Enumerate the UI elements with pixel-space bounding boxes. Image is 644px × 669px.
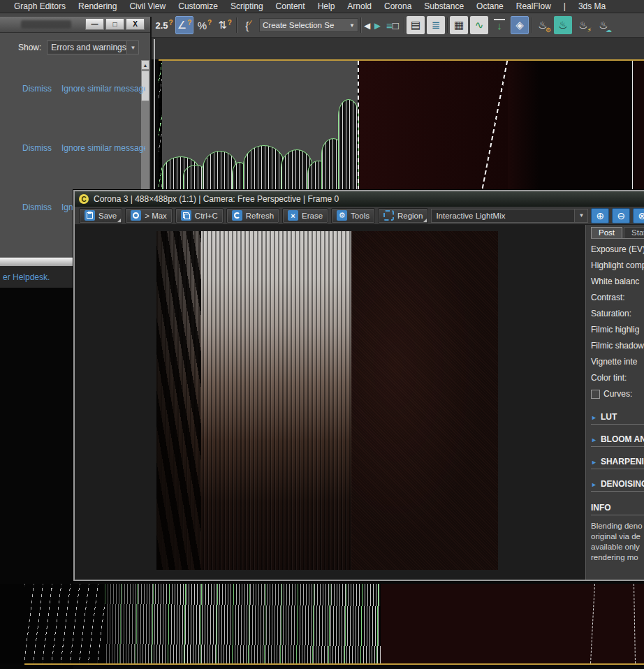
menu-customize[interactable]: Customize <box>178 1 218 11</box>
layer-explorer-icon[interactable]: ≣ <box>427 16 445 34</box>
save-label: Save <box>98 212 117 220</box>
render-in-cloud-icon[interactable]: ♨ ☁ <box>594 16 613 34</box>
menu-civil-view[interactable]: Civil View <box>129 1 166 11</box>
message-row: Dismiss Ignore similar message <box>22 84 145 94</box>
chevron-down-icon[interactable]: ▼ <box>574 209 587 222</box>
tools-button[interactable]: ⚙ Tools <box>331 208 375 223</box>
menu-3ds-max[interactable]: 3ds Ma <box>578 1 606 11</box>
menu-content[interactable]: Content <box>276 1 305 11</box>
region-button[interactable]: Region <box>378 208 428 223</box>
percent-glyph: % <box>198 20 207 31</box>
dismiss-link[interactable]: Dismiss <box>22 84 52 94</box>
minimize-button[interactable]: — <box>85 18 104 30</box>
erase-icon: × <box>288 210 298 221</box>
nodes-glyph: ◈ <box>515 19 524 31</box>
panel-tabs: Post Stats <box>591 227 644 239</box>
mirror-icon[interactable]: ◄► <box>363 16 381 34</box>
ignore-similar-link[interactable]: Ignore similar message <box>61 143 145 153</box>
message-filter-dropdown[interactable]: Errors and warnings ▼ <box>47 41 139 54</box>
render-setup-icon[interactable]: ♨ ⚙ <box>534 16 552 34</box>
tab-post[interactable]: Post <box>591 227 622 238</box>
menu-substance[interactable]: Substance <box>424 1 464 11</box>
vignette-row: Vignette inte <box>591 354 644 370</box>
viewport-bottom-band[interactable] <box>0 584 644 663</box>
dialog-title-redacted <box>21 20 71 29</box>
selection-set-value: Create Selection Se <box>263 21 334 29</box>
percent-snap-icon[interactable]: %? <box>196 16 214 34</box>
menu-rendering[interactable]: Rendering <box>78 1 117 11</box>
maximize-button[interactable]: □ <box>105 18 124 30</box>
schematic-view-icon[interactable]: ↓ <box>490 16 508 34</box>
copy-button[interactable]: Ctrl+C <box>175 208 224 223</box>
render-production-icon[interactable]: ♨ ⚡ <box>574 16 592 34</box>
snap-magnet-glyph: ? <box>228 19 232 27</box>
edit-named-selections-icon[interactable]: {∕ <box>239 16 257 34</box>
menu-graph-editors[interactable]: Graph Editors <box>14 1 66 11</box>
menu-arnold[interactable]: Arnold <box>347 1 372 11</box>
scene-explorer-icon[interactable]: ▤ <box>407 16 425 34</box>
refresh-button[interactable]: Refresh <box>226 208 279 223</box>
zoom-reset-button[interactable]: ⊗ <box>633 208 644 223</box>
curve-editor-icon[interactable]: ∿ <box>470 16 488 34</box>
menu-help[interactable]: Help <box>318 1 335 11</box>
angle-glyph: ∠ <box>177 19 186 31</box>
vfb-titlebar[interactable]: C Corona 3 | 488×488px (1:1) | Camera: F… <box>75 191 644 207</box>
lightmix-dropdown[interactable]: Interactive LightMix ▼ <box>431 209 588 223</box>
ribbon-toggle-icon[interactable]: ▦ <box>450 16 468 34</box>
spinner-snap-icon[interactable]: ⇅? <box>216 16 234 34</box>
wireframe-arch <box>338 99 359 190</box>
slate-material-editor-icon[interactable]: ◈ <box>511 16 529 34</box>
helpdesk-link[interactable]: er Helpdesk. <box>3 272 50 282</box>
tab-stats[interactable]: Stats <box>624 227 644 238</box>
dialog-titlebar[interactable]: — □ X <box>0 17 150 33</box>
section-label: DENOISING <box>601 479 644 489</box>
scroll-up-button[interactable]: ▲ <box>141 60 149 70</box>
dismiss-link[interactable]: Dismiss <box>22 203 52 212</box>
viewport[interactable] <box>159 61 644 190</box>
snaps-toggle-icon[interactable]: 2.5? <box>155 16 173 34</box>
chevron-down-icon[interactable]: ▼ <box>349 22 355 29</box>
menu-octane[interactable]: Octane <box>476 1 504 11</box>
menu-scripting[interactable]: Scripting <box>230 1 263 11</box>
spinner-glyph: ⇅ <box>218 19 227 31</box>
dark-red-floor <box>381 584 644 663</box>
close-button[interactable]: X <box>126 18 145 30</box>
curves-label: Curves: <box>603 386 632 402</box>
white-balance-row: White balanc <box>591 274 644 290</box>
zoom-in-button[interactable]: ⊕ <box>591 208 609 223</box>
contrast-row: Contrast: <box>591 290 644 306</box>
gray-surface <box>162 61 358 190</box>
send-to-max-button[interactable]: > Max <box>125 208 173 223</box>
corona-vfb-window: C Corona 3 | 488×488px (1:1) | Camera: F… <box>73 190 644 581</box>
gear-icon: ⚙ <box>546 27 551 34</box>
brace-glyph: { <box>245 20 249 31</box>
section-sharpening[interactable]: ►SHARPENING <box>591 457 644 469</box>
save-button[interactable]: Save <box>79 208 122 223</box>
zoom-out-button[interactable]: ⊖ <box>612 208 630 223</box>
chevron-down-icon[interactable]: ▼ <box>126 41 138 54</box>
named-selection-sets-dropdown[interactable]: Create Selection Se ▼ <box>259 18 358 32</box>
align-icon[interactable]: ≡□ <box>383 16 402 34</box>
wireframe-arch <box>243 145 285 190</box>
menu-corona[interactable]: Corona <box>384 1 411 11</box>
dismiss-link[interactable]: Dismiss <box>22 143 52 153</box>
section-denoising[interactable]: ►DENOISING <box>591 479 644 492</box>
erase-button[interactable]: × Erase <box>282 208 328 223</box>
menu-realflow[interactable]: RealFlow <box>516 1 551 11</box>
snap-magnet-glyph: ? <box>168 19 173 27</box>
toolbar-separator <box>447 17 448 33</box>
angle-snap-icon[interactable]: ∠? <box>175 16 193 34</box>
filter-value: Errors and warnings <box>51 43 126 52</box>
teapot-glyph: ♨ <box>558 19 567 31</box>
vfb-canvas-area: Post Stats Exposure (EV) Highlight comp … <box>75 225 644 580</box>
post-panel: Post Stats Exposure (EV) Highlight comp … <box>585 225 644 580</box>
expand-arrow-icon: ► <box>591 436 597 443</box>
ignore-similar-link[interactable]: Ignore similar message <box>61 84 145 94</box>
lightmix-value: Interactive LightMix <box>436 212 505 220</box>
section-bloom[interactable]: ►BLOOM AND <box>591 434 644 447</box>
expand-arrow-icon: ► <box>591 459 597 466</box>
curves-checkbox[interactable] <box>591 390 600 399</box>
max-label: > Max <box>145 212 167 220</box>
section-lut[interactable]: ►LUT <box>591 412 644 425</box>
rendered-frame-window-icon[interactable]: ♨ <box>554 16 572 34</box>
